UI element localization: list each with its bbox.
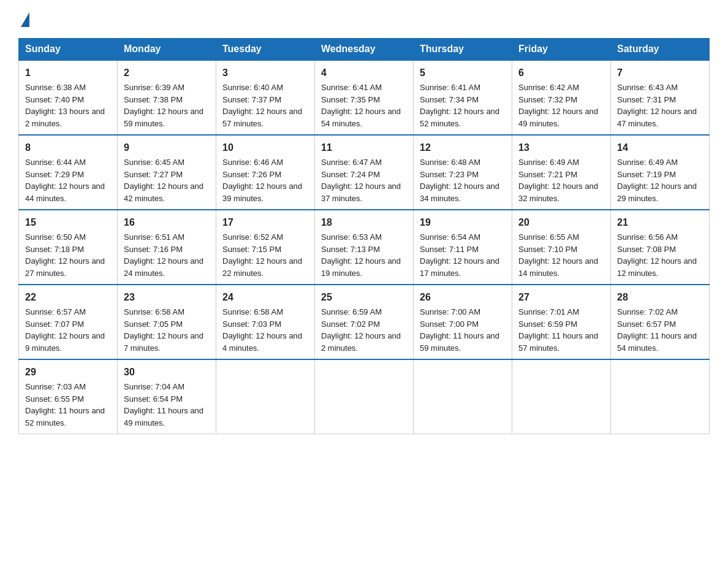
day-number: 26 (420, 290, 506, 305)
calendar-cell: 7Sunrise: 6:43 AMSunset: 7:31 PMDaylight… (611, 60, 710, 135)
calendar-week-3: 15Sunrise: 6:50 AMSunset: 7:18 PMDayligh… (19, 210, 710, 285)
day-number: 24 (222, 290, 308, 305)
day-number: 8 (25, 140, 111, 155)
calendar-cell: 26Sunrise: 7:00 AMSunset: 7:00 PMDayligh… (414, 285, 512, 359)
calendar-cell: 4Sunrise: 6:41 AMSunset: 7:35 PMDaylight… (315, 60, 414, 135)
day-number: 22 (25, 290, 111, 305)
calendar-cell: 17Sunrise: 6:52 AMSunset: 7:15 PMDayligh… (216, 210, 315, 285)
calendar-cell: 1Sunrise: 6:38 AMSunset: 7:40 PMDaylight… (19, 60, 118, 135)
day-number: 30 (124, 365, 210, 380)
day-number: 9 (124, 140, 210, 155)
day-number: 3 (222, 66, 308, 80)
logo (18, 12, 29, 27)
calendar-week-5: 29Sunrise: 7:03 AMSunset: 6:55 PMDayligh… (19, 359, 710, 434)
calendar-cell: 24Sunrise: 6:58 AMSunset: 7:03 PMDayligh… (216, 285, 315, 359)
calendar-week-4: 22Sunrise: 6:57 AMSunset: 7:07 PMDayligh… (19, 285, 710, 359)
day-number: 20 (518, 215, 604, 230)
day-number: 27 (518, 290, 604, 305)
header-friday: Friday (512, 39, 611, 61)
day-number: 7 (617, 66, 703, 80)
calendar-cell: 2Sunrise: 6:39 AMSunset: 7:38 PMDaylight… (118, 60, 216, 135)
day-number: 25 (321, 290, 407, 305)
day-number: 14 (617, 140, 703, 155)
day-number: 2 (124, 66, 210, 80)
calendar-cell: 25Sunrise: 6:59 AMSunset: 7:02 PMDayligh… (315, 285, 414, 359)
header-wednesday: Wednesday (315, 39, 414, 61)
calendar-cell: 11Sunrise: 6:47 AMSunset: 7:24 PMDayligh… (315, 135, 414, 210)
calendar-cell (315, 359, 414, 434)
day-number: 21 (617, 215, 703, 230)
calendar-cell (512, 359, 611, 434)
day-number: 11 (321, 140, 407, 155)
calendar-cell: 28Sunrise: 7:02 AMSunset: 6:57 PMDayligh… (611, 285, 710, 359)
calendar-cell (216, 359, 315, 434)
calendar-cell: 18Sunrise: 6:53 AMSunset: 7:13 PMDayligh… (315, 210, 414, 285)
day-number: 13 (518, 140, 604, 155)
calendar-cell: 27Sunrise: 7:01 AMSunset: 6:59 PMDayligh… (512, 285, 611, 359)
day-number: 1 (25, 66, 111, 80)
calendar-cell: 16Sunrise: 6:51 AMSunset: 7:16 PMDayligh… (118, 210, 216, 285)
calendar-cell: 8Sunrise: 6:44 AMSunset: 7:29 PMDaylight… (19, 135, 118, 210)
header-tuesday: Tuesday (216, 39, 315, 61)
calendar-cell: 29Sunrise: 7:03 AMSunset: 6:55 PMDayligh… (19, 359, 118, 434)
calendar-cell: 30Sunrise: 7:04 AMSunset: 6:54 PMDayligh… (118, 359, 216, 434)
logo-triangle-icon (21, 12, 29, 27)
page-header (18, 12, 710, 27)
calendar-cell: 10Sunrise: 6:46 AMSunset: 7:26 PMDayligh… (216, 135, 315, 210)
calendar-cell: 19Sunrise: 6:54 AMSunset: 7:11 PMDayligh… (414, 210, 512, 285)
day-number: 12 (420, 140, 506, 155)
calendar-cell: 5Sunrise: 6:41 AMSunset: 7:34 PMDaylight… (414, 60, 512, 135)
calendar-cell: 21Sunrise: 6:56 AMSunset: 7:08 PMDayligh… (611, 210, 710, 285)
header-sunday: Sunday (19, 39, 118, 61)
calendar-cell: 20Sunrise: 6:55 AMSunset: 7:10 PMDayligh… (512, 210, 611, 285)
day-number: 17 (222, 215, 308, 230)
calendar-cell: 3Sunrise: 6:40 AMSunset: 7:37 PMDaylight… (216, 60, 315, 135)
calendar-cell: 6Sunrise: 6:42 AMSunset: 7:32 PMDaylight… (512, 60, 611, 135)
day-number: 5 (420, 66, 506, 80)
calendar-week-2: 8Sunrise: 6:44 AMSunset: 7:29 PMDaylight… (19, 135, 710, 210)
calendar-cell (414, 359, 512, 434)
day-number: 23 (124, 290, 210, 305)
day-number: 29 (25, 365, 111, 380)
calendar-cell: 15Sunrise: 6:50 AMSunset: 7:18 PMDayligh… (19, 210, 118, 285)
calendar-cell (611, 359, 710, 434)
calendar-cell: 13Sunrise: 6:49 AMSunset: 7:21 PMDayligh… (512, 135, 611, 210)
day-number: 10 (222, 140, 308, 155)
header-monday: Monday (118, 39, 216, 61)
calendar-header-row: SundayMondayTuesdayWednesdayThursdayFrid… (19, 39, 710, 61)
calendar-cell: 12Sunrise: 6:48 AMSunset: 7:23 PMDayligh… (414, 135, 512, 210)
day-number: 4 (321, 66, 407, 80)
calendar-cell: 14Sunrise: 6:49 AMSunset: 7:19 PMDayligh… (611, 135, 710, 210)
day-number: 6 (518, 66, 604, 80)
calendar-cell: 9Sunrise: 6:45 AMSunset: 7:27 PMDaylight… (118, 135, 216, 210)
day-number: 15 (25, 215, 111, 230)
day-number: 18 (321, 215, 407, 230)
calendar-cell: 23Sunrise: 6:58 AMSunset: 7:05 PMDayligh… (118, 285, 216, 359)
header-saturday: Saturday (611, 39, 710, 61)
calendar-body: 1Sunrise: 6:38 AMSunset: 7:40 PMDaylight… (19, 60, 710, 434)
calendar-cell: 22Sunrise: 6:57 AMSunset: 7:07 PMDayligh… (19, 285, 118, 359)
day-number: 16 (124, 215, 210, 230)
calendar-table: SundayMondayTuesdayWednesdayThursdayFrid… (18, 38, 710, 434)
day-number: 28 (617, 290, 703, 305)
day-number: 19 (420, 215, 506, 230)
header-thursday: Thursday (414, 39, 512, 61)
calendar-week-1: 1Sunrise: 6:38 AMSunset: 7:40 PMDaylight… (19, 60, 710, 135)
